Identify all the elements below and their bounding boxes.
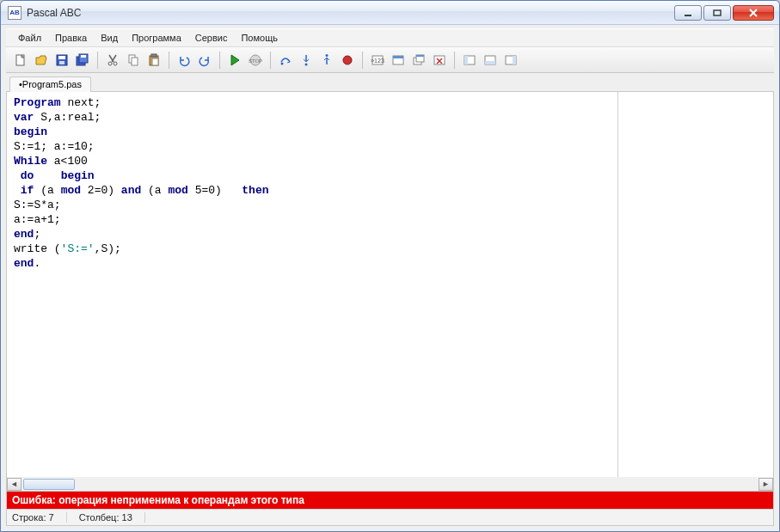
menu-file[interactable]: Файл [11,31,48,45]
code-line[interactable]: do begin [14,168,611,183]
keyword-token: end [14,257,34,270]
menu-edit[interactable]: Правка [48,31,94,45]
code-line[interactable]: end. [14,256,611,271]
horizontal-scrollbar[interactable]: ◄ ► [6,477,774,492]
code-token: S:=1; a:=10; [14,140,95,153]
keyword-token: While [14,155,47,168]
code-line[interactable]: if (a mod 2=0) and (a mod 5=0) then [14,183,611,198]
keyword-token: then [242,184,268,197]
code-line[interactable]: S:=1; a:=10; [14,139,611,154]
code-line[interactable]: Program next; [14,95,611,110]
svg-rect-8 [81,55,86,58]
app-icon: AB [8,6,21,20]
toolbar-separator [270,52,271,69]
status-line: Строка: 7 [12,512,67,523]
code-line[interactable]: S:=S*a; [14,198,611,212]
svg-rect-4 [58,56,65,59]
goto-line-button[interactable]: »123 [368,51,387,70]
svg-text:STOP: STOP [249,58,262,64]
svg-rect-1 [714,10,721,15]
undo-icon [177,53,191,67]
keyword-token: begin [14,125,47,138]
toolbar: STOP»123 [6,47,774,73]
minimize-button[interactable] [674,5,702,21]
svg-rect-33 [485,61,495,64]
svg-rect-15 [152,58,158,65]
titlebar[interactable]: AB Pascal ABC [1,1,779,25]
window-button[interactable] [389,51,408,70]
code-line[interactable]: var S,a:real; [14,110,611,125]
view3-button[interactable] [501,51,520,70]
code-token: 5=0) [188,184,242,197]
code-line[interactable]: begin [14,125,611,139]
code-line[interactable]: a:=a+1; [14,212,611,227]
keyword-token: if [21,184,34,197]
code-token: (a [34,184,60,197]
paste-button[interactable] [144,51,163,70]
redo-button[interactable] [195,51,214,70]
view2-button[interactable] [481,51,500,70]
code-token [14,184,21,197]
menu-service[interactable]: Сервис [188,31,235,45]
keyword-token: begin [61,169,95,182]
close-window-button[interactable] [430,51,449,70]
open-file-button[interactable] [32,51,51,70]
breakpoint-icon [341,53,354,67]
toolbar-separator [97,52,98,69]
keyword-token: end [14,228,34,241]
svg-point-19 [305,63,308,65]
svg-point-20 [326,54,329,57]
menu-program[interactable]: Программа [125,31,188,45]
cut-button[interactable] [103,51,122,70]
open-file-icon [34,53,48,67]
menu-help[interactable]: Помощь [234,31,285,45]
code-line[interactable]: write ('S:=',S); [14,242,611,256]
minimize-icon [684,9,692,16]
code-token [14,169,21,182]
code-token: S:=S*a; [14,199,61,211]
status-bar: Строка: 7 Столбец: 13 [6,509,774,526]
code-line[interactable]: end; [14,227,611,242]
undo-button[interactable] [175,51,193,70]
stop-button[interactable]: STOP [246,51,265,70]
view1-button[interactable] [460,51,479,70]
menu-view[interactable]: Вид [94,31,125,45]
copy-button[interactable] [124,51,143,70]
code-token: write ( [14,242,61,255]
scroll-right-button[interactable]: ► [759,478,773,491]
view1-icon [463,53,476,67]
code-line[interactable]: While a<100 [14,154,611,168]
svg-rect-25 [393,56,403,58]
save-all-button[interactable] [73,51,92,70]
tab-active[interactable]: •Program5.pas [9,76,91,92]
cut-icon [106,53,120,67]
maximize-button[interactable] [703,5,731,21]
breakpoint-button[interactable] [338,51,357,70]
step-into-button[interactable] [297,51,316,70]
step-out-button[interactable] [317,51,336,70]
app-window: AB Pascal ABC Файл Правка Вид Программа … [0,0,780,532]
toolbar-separator [219,52,220,69]
svg-rect-12 [132,58,138,65]
svg-point-21 [343,56,352,64]
window-icon [391,53,405,67]
step-out-icon [320,53,334,67]
save-button[interactable] [52,51,71,70]
svg-text:»123: »123 [371,58,384,64]
scroll-thumb[interactable] [23,479,75,490]
window-title: Pascal ABC [27,7,673,19]
scroll-track[interactable] [21,478,759,491]
code-token: ,S); [95,242,121,255]
windows-button[interactable] [409,51,428,70]
close-button[interactable] [733,5,774,21]
status-col-value: 13 [122,512,132,523]
keyword-token: mod [168,184,187,197]
scroll-left-button[interactable]: ◄ [7,478,21,491]
view3-icon [504,53,518,67]
code-editor[interactable]: Program next;var S,a:real;beginS:=1; a:=… [7,92,618,477]
new-file-button[interactable] [11,51,30,70]
run-button[interactable] [225,51,244,70]
goto-line-icon: »123 [371,53,384,67]
svg-rect-31 [464,56,468,64]
step-over-button[interactable] [276,51,295,70]
